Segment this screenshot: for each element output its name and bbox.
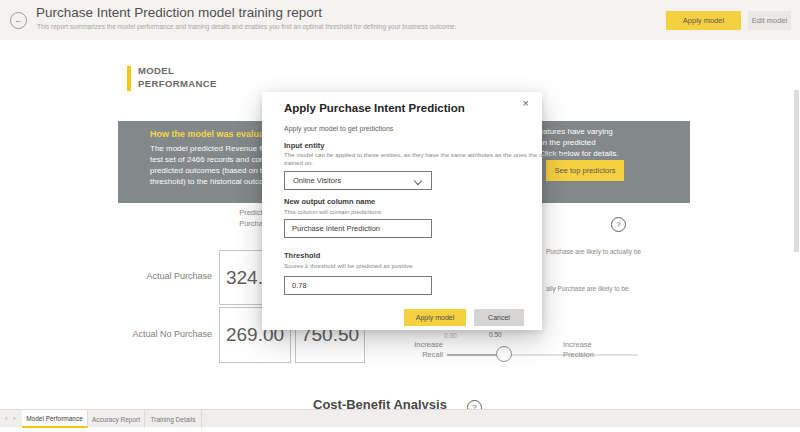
dialog-title: Apply Purchase Intent Prediction: [284, 102, 465, 114]
app-window: ← Purchase Intent Prediction model train…: [0, 0, 800, 432]
see-top-predictors-button[interactable]: See top predictors: [546, 160, 624, 181]
input-entity-dropdown[interactable]: Online Visitors: [284, 171, 432, 190]
page-subtitle: This report summarizes the model perform…: [37, 23, 456, 30]
report-tab-strip: ‹ › Model Performance Accuracy Report Tr…: [0, 409, 800, 427]
apply-model-button[interactable]: Apply model: [666, 11, 741, 30]
help-icon[interactable]: ?: [611, 217, 626, 232]
input-entity-label: Input entity: [284, 141, 324, 150]
dialog-cancel-button[interactable]: Cancel: [474, 309, 524, 326]
matrix-row-label-actual-purchase: Actual Purchase: [120, 271, 212, 281]
threshold-slider-handle[interactable]: [496, 346, 512, 362]
tab-nav-prev-icon[interactable]: ‹: [5, 414, 8, 423]
tab-training-details[interactable]: Training Details: [145, 410, 202, 428]
page-title: Purchase Intent Prediction model trainin…: [36, 5, 322, 20]
slider-right-label-line2: Precision: [563, 350, 594, 359]
back-icon[interactable]: ←: [10, 12, 27, 29]
output-column-label: New output column name: [284, 197, 375, 206]
dialog-apply-model-button[interactable]: Apply model: [404, 309, 466, 326]
banner-heading: How the model was evaluated: [150, 129, 278, 139]
recall-description-text: ally Purchase are likely to be: [546, 285, 629, 292]
section-title-line1: MODEL: [138, 65, 174, 76]
slider-left-label-line2: Recall: [398, 350, 443, 359]
slider-left-label-line1: Increase: [398, 340, 443, 349]
vertical-scrollbar[interactable]: [794, 90, 799, 252]
slider-right-label-line1: Increase: [563, 340, 592, 349]
threshold-input[interactable]: [284, 276, 432, 295]
dialog-subtitle: Apply your model to get predictions: [284, 125, 393, 132]
input-entity-selected-value: Online Visitors: [293, 176, 341, 185]
input-entity-description-line1: The model can be applied to these entiti…: [284, 151, 568, 158]
slider-tick-low: 0.00: [444, 332, 457, 339]
apply-model-dialog: × Apply Purchase Intent Prediction Apply…: [262, 92, 542, 330]
threshold-label: Threshold: [284, 251, 320, 260]
chevron-down-icon: [414, 177, 422, 185]
output-column-input[interactable]: [284, 219, 432, 238]
section-accent-bar: [127, 66, 131, 91]
edit-model-button[interactable]: Edit model: [748, 11, 791, 30]
threshold-description: Scores ≥ threshold will be predicted as …: [284, 262, 413, 269]
tab-nav-next-icon[interactable]: ›: [13, 414, 16, 423]
tab-accuracy-report[interactable]: Accuracy Report: [88, 410, 145, 428]
report-header: ← Purchase Intent Prediction model train…: [0, 0, 800, 40]
matrix-row-label-actual-no-purchase: Actual No Purchase: [120, 329, 212, 339]
slider-tick-mid: 0.50: [489, 331, 502, 338]
tab-model-performance[interactable]: Model Performance: [22, 410, 88, 428]
output-column-description: This column will contain predictions: [284, 208, 381, 215]
section-title-line2: PERFORMANCE: [138, 78, 217, 89]
input-entity-description-line2: trained on.: [284, 159, 313, 166]
close-icon[interactable]: ×: [523, 97, 529, 109]
precision-description-text: Purchase are likely to actually be: [546, 248, 641, 255]
